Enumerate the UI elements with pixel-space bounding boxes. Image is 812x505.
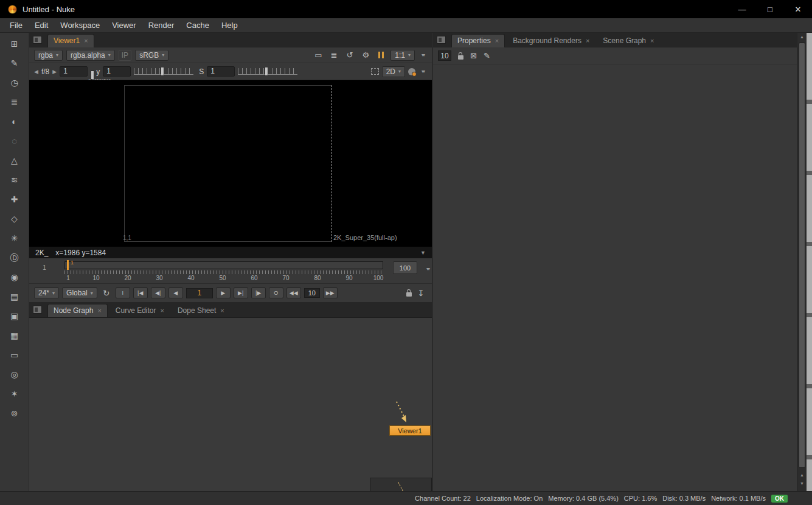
fps-dropdown[interactable]: 24* ▾ — [34, 287, 59, 298]
range-end-field[interactable]: 100 — [393, 261, 417, 274]
channel-icon[interactable]: ≣ — [7, 97, 22, 108]
cycle-mode-icon[interactable]: ↻ — [100, 289, 113, 298]
scroll-down-icon[interactable]: ▼ — [797, 481, 807, 486]
previous-increment-button[interactable]: ◀| — [151, 287, 165, 298]
panel-menu-icon[interactable] — [33, 36, 42, 44]
go-to-start-button[interactable]: |◀ — [133, 287, 148, 298]
menu-edit[interactable]: Edit — [29, 19, 54, 32]
gain-next-icon[interactable]: ▶ — [52, 69, 57, 75]
tab-close-icon[interactable]: × — [220, 307, 224, 314]
3d-icon[interactable]: ◇ — [7, 213, 22, 225]
tab-background-renders[interactable]: Background Renders × — [507, 34, 595, 47]
channels-dropdown[interactable]: rgba ▾ — [34, 50, 63, 61]
timeline-ruler[interactable] — [64, 270, 383, 274]
close-all-panels-icon[interactable]: ⊠ — [470, 51, 477, 60]
color-icon[interactable]: ◐ — [7, 116, 22, 128]
tab-scene-graph[interactable]: Scene Graph × — [597, 34, 659, 47]
saturation-field[interactable]: 1 — [207, 66, 235, 77]
particles-icon[interactable]: ✳ — [7, 233, 22, 244]
edit-pencil-icon[interactable]: ✎ — [484, 51, 490, 60]
other-icon[interactable]: ▦ — [7, 330, 22, 342]
tab-dope-sheet[interactable]: Dope Sheet × — [172, 304, 230, 317]
menu-file[interactable]: File — [4, 19, 29, 32]
colorspace-dropdown[interactable]: sRGB ▾ — [135, 50, 168, 61]
wipe-compare-icon[interactable]: ≣ — [328, 50, 340, 60]
maximize-button[interactable]: □ — [756, 0, 784, 18]
panel-menu-icon[interactable] — [437, 36, 446, 44]
play-forward-button[interactable]: ▶ — [216, 287, 231, 298]
zoom-dropdown[interactable]: 1:1 ▾ — [390, 50, 415, 61]
collapse-chevrons-icon[interactable]: ▾▾ — [423, 266, 432, 272]
menu-viewer[interactable]: Viewer — [106, 19, 142, 32]
menu-cache[interactable]: Cache — [180, 19, 215, 32]
input-process-button[interactable]: IP — [119, 50, 131, 61]
chevron-down-icon[interactable]: ▼ — [420, 250, 426, 256]
panel-menu-icon[interactable] — [33, 306, 42, 314]
skip-forward-button[interactable]: ▶▶ — [323, 287, 338, 298]
viewer-canvas[interactable]: 2K_Super_35(full-ap) 1,1 — [29, 80, 432, 246]
close-button[interactable]: ✕ — [784, 0, 812, 18]
aperture-label[interactable]: f/8 — [41, 67, 49, 76]
tab-close-icon[interactable]: × — [586, 37, 589, 44]
menu-render[interactable]: Render — [142, 19, 181, 32]
current-frame-field[interactable]: 1 — [186, 288, 213, 298]
out-point-button[interactable]: O — [269, 287, 283, 298]
tab-close-icon[interactable]: × — [84, 37, 88, 44]
viewer-lock-icon[interactable] — [408, 68, 415, 75]
filter-icon[interactable]: ◌ — [7, 136, 22, 147]
scrollbar-thumb[interactable] — [799, 43, 805, 468]
scroll-up-icon[interactable]: ▲ — [797, 473, 807, 477]
info-format[interactable]: 2K_ — [35, 249, 48, 257]
draw-icon[interactable]: ✎ — [7, 58, 22, 69]
vertical-scrollbar[interactable]: ▲ ▲ ▼ — [797, 33, 807, 491]
deep-icon[interactable]: Ⓓ — [7, 252, 22, 264]
lock-panels-icon[interactable] — [458, 55, 463, 60]
menu-workspace[interactable]: Workspace — [54, 19, 106, 32]
archive-icon[interactable]: ▭ — [7, 349, 22, 361]
frame-increment-field[interactable]: 10 — [304, 288, 320, 298]
tab-curve-editor[interactable]: Curve Editor × — [110, 304, 170, 317]
refresh-icon[interactable]: ↺ — [344, 50, 356, 60]
in-point-button[interactable]: I — [116, 287, 130, 298]
transform-icon[interactable]: ✚ — [7, 194, 22, 205]
roi-icon[interactable] — [371, 68, 379, 75]
tab-close-icon[interactable]: × — [495, 37, 499, 44]
range-mode-dropdown[interactable]: Global ▾ — [62, 287, 97, 298]
sparkle-icon[interactable]: ✶ — [7, 388, 22, 400]
lock-range-icon[interactable] — [406, 292, 412, 297]
layer-dropdown[interactable]: rgba.alpha ▾ — [66, 50, 115, 61]
flipbook-render-icon[interactable]: ↧ — [415, 289, 427, 298]
playhead[interactable] — [67, 260, 69, 270]
minimize-button[interactable]: — — [728, 0, 756, 18]
keyer-icon[interactable]: △ — [7, 155, 22, 167]
tab-close-icon[interactable]: × — [97, 307, 101, 314]
target-icon[interactable]: ⊚ — [7, 408, 22, 419]
tab-close-icon[interactable]: × — [161, 307, 164, 314]
saturation-slider-track[interactable] — [238, 68, 297, 75]
merge-icon[interactable]: ≋ — [7, 174, 22, 186]
tab-properties[interactable]: Properties × — [451, 34, 505, 47]
tab-node-graph[interactable]: Node Graph × — [47, 304, 108, 317]
views-icon[interactable]: ◉ — [7, 272, 22, 283]
metadata-icon[interactable]: ▤ — [7, 291, 22, 303]
view-mode-dropdown[interactable]: 2D ▾ — [382, 66, 405, 77]
tab-close-icon[interactable]: × — [650, 37, 654, 44]
monitor-out-icon[interactable]: ▭ — [312, 50, 324, 60]
script-icon[interactable]: ◎ — [7, 369, 22, 380]
skip-back-button[interactable]: ◀◀ — [286, 287, 301, 298]
viewer1-node[interactable]: Viewer1 — [389, 425, 431, 436]
pause-renders-icon[interactable] — [378, 52, 384, 58]
gear-icon[interactable]: ⚙ — [359, 50, 372, 60]
nodegraph-minimap[interactable] — [370, 478, 432, 491]
max-panels-field[interactable]: 10 — [438, 50, 451, 61]
menu-help[interactable]: Help — [215, 19, 244, 32]
go-to-end-button[interactable]: |▶ — [251, 287, 266, 298]
collapse-chevrons-icon[interactable]: ▾▾ — [418, 52, 427, 58]
scroll-up-icon[interactable]: ▲ — [797, 35, 807, 39]
play-backward-button[interactable]: ◀ — [168, 287, 183, 298]
collapse-chevrons-icon[interactable]: ▾▾ — [418, 69, 427, 74]
gain-prev-icon[interactable]: ◀ — [34, 69, 38, 75]
gamma-slider-track[interactable] — [134, 68, 193, 75]
gain-field[interactable]: 1 — [60, 66, 88, 77]
gamma-field[interactable]: 1 — [103, 66, 131, 77]
